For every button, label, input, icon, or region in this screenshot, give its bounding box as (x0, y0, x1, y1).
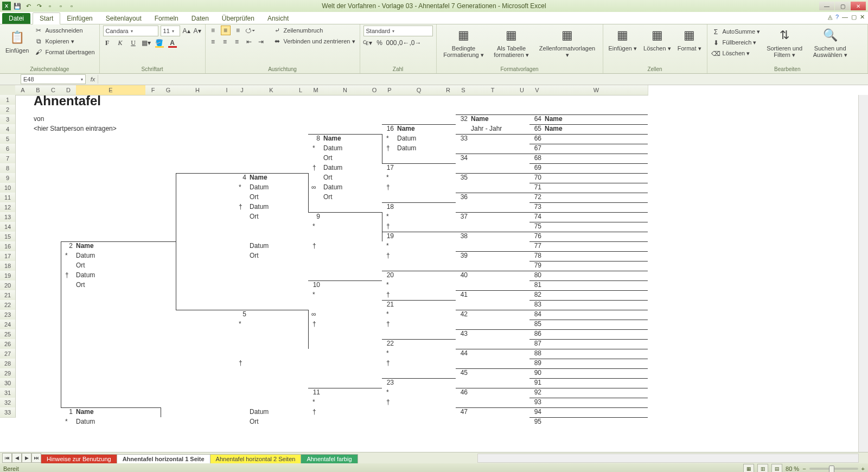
row-header[interactable]: 4 (0, 124, 16, 135)
min-window-icon[interactable]: — (842, 14, 848, 21)
row-header[interactable]: 17 (0, 251, 16, 261)
row-header[interactable]: 14 (0, 222, 16, 232)
delete-cells-button[interactable]: ▦Löschen ▾ (641, 25, 673, 53)
orientation-icon[interactable]: ⭯▾ (246, 26, 254, 35)
indent-inc-icon[interactable]: ⇥ (257, 37, 265, 46)
column-header[interactable]: M (308, 85, 324, 95)
italic-button[interactable]: K (116, 39, 125, 47)
row-header[interactable]: 10 (0, 183, 16, 193)
column-header[interactable]: K (250, 85, 293, 95)
row-header[interactable]: 3 (0, 114, 16, 125)
name-box[interactable]: E48▾ (21, 74, 86, 84)
column-header[interactable]: W (545, 85, 648, 95)
column-header[interactable]: T (471, 85, 515, 95)
worksheet-grid[interactable]: ABCDEFGHIJKLMNOPQRSTUVW12345678910111213… (0, 85, 868, 452)
column-header[interactable]: L (293, 85, 309, 95)
insert-cells-button[interactable]: ▦Einfügen ▾ (607, 25, 639, 53)
cut-button[interactable]: ✂Ausschneiden (33, 25, 95, 35)
undo-icon[interactable]: ↶ (24, 2, 33, 10)
sheet-tab-h2[interactable]: Ahnentafel horizontal 2 Seiten (210, 454, 302, 463)
save-icon[interactable]: 💾 (13, 2, 22, 10)
row-header[interactable]: 24 (0, 320, 16, 330)
minimize-button[interactable]: — (819, 2, 834, 10)
row-header[interactable]: 13 (0, 212, 16, 222)
autosum-button[interactable]: ΣAutoSumme ▾ (711, 27, 762, 37)
row-header[interactable]: 8 (0, 163, 16, 174)
row-header[interactable]: 25 (0, 329, 16, 340)
fill-color-button[interactable]: 🪣 (155, 39, 164, 47)
font-name-select[interactable]: Candara▾ (103, 25, 158, 36)
zoom-in-button[interactable]: + (861, 465, 865, 472)
row-header[interactable]: 1 (0, 95, 16, 105)
row-header[interactable]: 30 (0, 378, 16, 388)
thousands-icon[interactable]: 000 (387, 39, 396, 47)
font-size-select[interactable]: 11▾ (161, 25, 180, 36)
column-header[interactable]: Q (397, 85, 441, 95)
new-icon[interactable]: ▫ (46, 2, 54, 10)
help-icon[interactable]: ? (835, 14, 839, 21)
tab-insert[interactable]: Einfügen (60, 13, 99, 24)
tab-formulas[interactable]: Formeln (148, 13, 185, 24)
sheet-tab-h1[interactable]: Ahnentafel horizontal 1 Seite (117, 454, 210, 463)
column-header[interactable]: A (15, 85, 31, 95)
row-header[interactable]: 9 (0, 173, 16, 183)
row-header[interactable]: 11 (0, 193, 16, 203)
row-header[interactable]: 18 (0, 261, 16, 271)
cell-styles-button[interactable]: ▦Zellenformatvorlagen ▾ (535, 25, 599, 60)
column-header[interactable]: G (161, 85, 176, 95)
sheet-tab-color[interactable]: Ahnentafel farbig (301, 454, 358, 463)
column-header[interactable]: R (441, 85, 456, 95)
fx-icon[interactable]: fx (88, 76, 98, 82)
row-header[interactable]: 28 (0, 359, 16, 369)
row-header[interactable]: 20 (0, 280, 16, 291)
font-color-button[interactable]: A (168, 39, 177, 47)
paste-button[interactable]: 📋 Einfügen (3, 28, 31, 55)
border-button[interactable]: ▦▾ (142, 39, 151, 47)
close-workbook-icon[interactable]: ✕ (860, 14, 865, 21)
print-icon[interactable]: ▫ (67, 2, 76, 10)
maximize-button[interactable]: ▢ (835, 2, 850, 10)
format-cells-button[interactable]: ▦Format ▾ (675, 25, 704, 53)
currency-icon[interactable]: ₠▾ (363, 39, 372, 47)
row-header[interactable]: 27 (0, 349, 16, 359)
percent-icon[interactable]: % (375, 39, 384, 47)
sheet-nav-first[interactable]: ⏮ (2, 453, 12, 463)
column-header[interactable]: S (456, 85, 471, 95)
sort-filter-button[interactable]: ⇅Sortieren und Filtern ▾ (763, 25, 806, 60)
clear-button[interactable]: ⌫Löschen ▾ (711, 49, 762, 59)
column-header[interactable]: N (323, 85, 367, 95)
zoom-slider[interactable] (809, 468, 858, 470)
tab-data[interactable]: Daten (185, 13, 215, 24)
select-all-corner[interactable] (0, 85, 16, 95)
row-header[interactable]: 15 (0, 232, 16, 242)
tab-file[interactable]: Datei (2, 13, 30, 24)
sheet-nav-prev[interactable]: ◀ (12, 453, 22, 463)
indent-dec-icon[interactable]: ⇤ (245, 37, 253, 46)
tab-start[interactable]: Start (33, 12, 60, 24)
format-as-table-button[interactable]: ▦Als Tabelle formatieren ▾ (490, 25, 533, 60)
row-header[interactable]: 5 (0, 134, 16, 144)
view-normal-icon[interactable]: ▦ (743, 464, 754, 472)
row-header[interactable]: 26 (0, 339, 16, 349)
column-header[interactable]: V (529, 85, 545, 95)
row-header[interactable]: 23 (0, 310, 16, 320)
horizontal-scrollbar[interactable] (477, 454, 859, 463)
zoom-out-button[interactable]: − (802, 465, 806, 472)
row-header[interactable]: 29 (0, 368, 16, 379)
row-header[interactable]: 19 (0, 271, 16, 281)
row-header[interactable]: 22 (0, 300, 16, 310)
vertical-scrollbar[interactable] (858, 95, 868, 452)
number-format-select[interactable]: Standard▾ (363, 25, 433, 36)
wrap-text-button[interactable]: ⤶Zeilenumbruch (272, 25, 356, 35)
row-header[interactable]: 2 (0, 105, 16, 115)
collapse-ribbon-icon[interactable]: ◬ (828, 14, 832, 21)
view-layout-icon[interactable]: ▥ (757, 464, 768, 472)
column-header[interactable]: H (176, 85, 220, 95)
row-header[interactable]: 12 (0, 202, 16, 213)
sheet-nav-next[interactable]: ▶ (22, 453, 31, 463)
align-middle-icon[interactable]: ≡ (221, 25, 231, 35)
redo-icon[interactable]: ↷ (35, 2, 43, 10)
align-center-icon[interactable]: ≡ (221, 37, 229, 46)
column-header[interactable]: U (514, 85, 530, 95)
dec-decimal-icon[interactable]: ,0→ (411, 39, 420, 47)
